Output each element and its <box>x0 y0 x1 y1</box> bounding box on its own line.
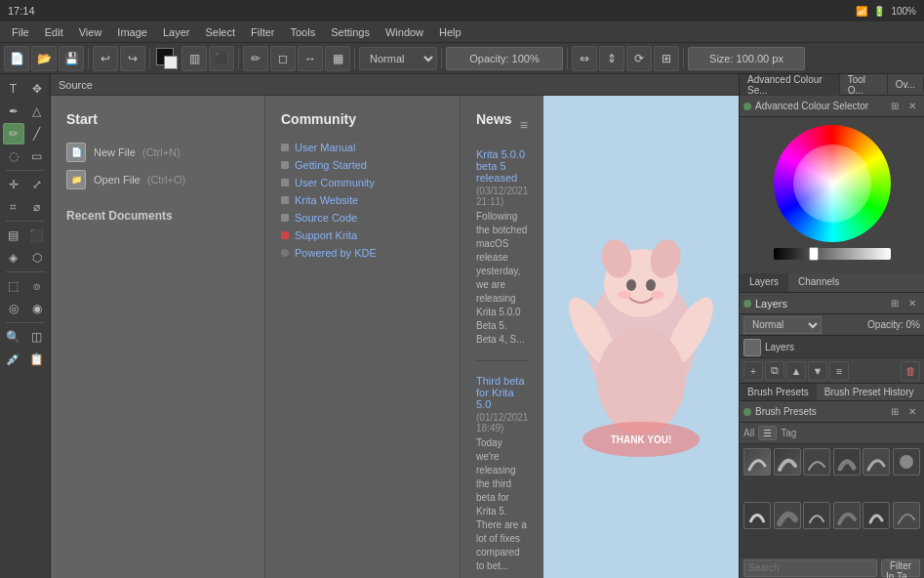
pattern-btn[interactable]: ▥ <box>181 46 207 71</box>
bezier-selection-tool[interactable]: ◎ <box>3 298 24 319</box>
brush-item-9[interactable] <box>803 502 830 529</box>
color-selector-close-btn[interactable]: ✕ <box>904 99 920 114</box>
save-file-toolbar-btn[interactable]: 💾 <box>59 46 84 71</box>
new-file-toolbar-btn[interactable]: 📄 <box>4 46 29 71</box>
link-powered-by-kde[interactable]: Powered by KDE <box>281 244 444 262</box>
edit-shape-tool[interactable]: ✥ <box>26 78 48 100</box>
size-display[interactable]: Size: 100.00 px <box>688 47 805 70</box>
transform-tool[interactable]: ⤢ <box>26 174 48 195</box>
symmetry-btn[interactable]: ▦ <box>325 46 350 71</box>
bezier-tool[interactable]: ◌ <box>3 145 24 167</box>
menu-image[interactable]: Image <box>109 24 155 40</box>
layer-item-1[interactable]: Layers <box>740 336 924 357</box>
assistant-tool[interactable]: ◫ <box>26 326 48 348</box>
tab-brush-presets[interactable]: Brush Presets <box>740 384 817 400</box>
group-layer-btn[interactable]: ≡ <box>829 361 849 381</box>
measure-tool[interactable]: ⌀ <box>26 196 48 218</box>
rect-tool[interactable]: ▭ <box>26 145 48 167</box>
brush-item-12[interactable] <box>893 502 920 529</box>
brush-item-8[interactable] <box>774 502 801 529</box>
color-wheel[interactable] <box>774 125 891 242</box>
layers-float-btn[interactable]: ⊞ <box>887 296 903 311</box>
news-title-2[interactable]: Third beta for Krita 5.0 <box>476 375 528 410</box>
brush-item-5[interactable] <box>863 448 890 475</box>
menu-filter[interactable]: Filter <box>243 24 282 40</box>
menu-help[interactable]: Help <box>431 24 469 40</box>
menu-select[interactable]: Select <box>197 24 243 40</box>
brush-presets-close-btn[interactable]: ✕ <box>904 404 920 420</box>
calligraphy-tool[interactable]: ✒ <box>3 101 24 122</box>
menu-layer[interactable]: Layer <box>155 24 198 40</box>
tab-brush-preset-history[interactable]: Brush Preset History <box>817 384 922 400</box>
menu-edit[interactable]: Edit <box>37 24 71 40</box>
brush-item-7[interactable] <box>743 502 771 529</box>
menu-tools[interactable]: Tools <box>283 24 324 40</box>
news-menu-icon[interactable]: ≡ <box>520 117 528 133</box>
tab-channels[interactable]: Channels <box>788 273 849 292</box>
add-layer-btn[interactable]: + <box>743 361 763 381</box>
menu-settings[interactable]: Settings <box>323 24 378 40</box>
contiguous-selection-tool[interactable]: ⬚ <box>3 275 24 297</box>
undo-btn[interactable]: ↩ <box>93 46 118 71</box>
freehand-brush-tool[interactable]: ✏ <box>3 123 24 144</box>
clone-tool[interactable]: ⬡ <box>26 247 48 268</box>
brush-item-11[interactable] <box>863 502 890 529</box>
menu-view[interactable]: View <box>71 24 110 40</box>
gradient-btn[interactable]: ⬛ <box>209 46 234 71</box>
link-user-community[interactable]: User Community <box>281 174 444 191</box>
magnetic-selection-tool[interactable]: ◉ <box>26 298 48 319</box>
opacity-display[interactable]: Opacity: 100% <box>446 47 563 70</box>
link-krita-website[interactable]: Krita Website <box>281 191 444 209</box>
move-layer-down-btn[interactable]: ▼ <box>808 361 827 381</box>
open-file-action[interactable]: 📁 Open File (Ctrl+O) <box>66 166 249 193</box>
scripting-tool[interactable]: 📋 <box>26 349 48 370</box>
layers-close-btn[interactable]: ✕ <box>904 296 920 311</box>
move-layer-up-btn[interactable]: ▲ <box>786 361 806 381</box>
tab-tool-options[interactable]: Tool O... <box>840 74 888 98</box>
mirror-btn[interactable]: ↔ <box>298 46 323 71</box>
link-support-krita[interactable]: Support Krita <box>281 227 444 244</box>
smart-patch-tool[interactable]: ◈ <box>3 247 24 268</box>
tab-overview[interactable]: Ov... <box>888 77 924 92</box>
link-source-code[interactable]: Source Code <box>281 209 444 227</box>
open-file-toolbar-btn[interactable]: 📂 <box>31 46 57 71</box>
link-user-manual[interactable]: User Manual <box>281 139 444 156</box>
brush-item-3[interactable] <box>803 448 830 475</box>
mirror-v-btn[interactable]: ⇕ <box>599 46 624 71</box>
text-tool[interactable]: T <box>3 78 24 100</box>
copy-layer-btn[interactable]: ⧉ <box>765 361 784 381</box>
brush-item-1[interactable] <box>743 448 771 475</box>
fill-tool[interactable]: ⬛ <box>26 225 48 246</box>
mirror-h-btn[interactable]: ⇔ <box>572 46 597 71</box>
crop-tool[interactable]: ⌗ <box>3 196 24 218</box>
brush-item-6[interactable] <box>893 448 920 475</box>
redo-btn[interactable]: ↪ <box>120 46 145 71</box>
brush-search-input[interactable] <box>743 559 877 577</box>
brush-mode-btn[interactable]: ✏ <box>243 46 268 71</box>
menu-file[interactable]: File <box>4 24 37 40</box>
color-selector-float-btn[interactable]: ⊞ <box>887 99 903 114</box>
news-title-1[interactable]: Krita 5.0.0 beta 5 released <box>476 148 528 184</box>
layer-blend-mode-select[interactable]: Normal <box>743 316 822 334</box>
zoom-tool[interactable]: 🔍 <box>3 326 24 348</box>
background-color[interactable] <box>164 56 178 69</box>
blend-mode-select[interactable]: Normal <box>359 47 437 70</box>
rotate-btn[interactable]: ⟳ <box>626 46 652 71</box>
line-tool[interactable]: ╱ <box>26 123 48 144</box>
link-getting-started[interactable]: Getting Started <box>281 156 444 174</box>
tab-advanced-colour-selector[interactable]: Advanced Colour Se... <box>740 74 840 98</box>
value-slider-thumb[interactable] <box>809 247 819 261</box>
brush-presets-float-btn[interactable]: ⊞ <box>887 404 903 420</box>
freehand-selection-tool[interactable]: ⌾ <box>26 275 48 297</box>
menu-window[interactable]: Window <box>378 24 431 40</box>
brush-filter-in-tag-btn[interactable]: Filter In Ta... <box>881 559 920 577</box>
color-picker-tool[interactable]: 💉 <box>3 349 24 370</box>
new-file-action[interactable]: 📄 New File (Ctrl+N) <box>66 139 249 166</box>
polygon-tool[interactable]: △ <box>26 101 48 122</box>
brush-item-10[interactable] <box>833 502 861 529</box>
brush-item-2[interactable] <box>774 448 801 475</box>
tab-layers[interactable]: Layers <box>740 273 788 292</box>
erase-mode-btn[interactable]: ◻ <box>270 46 296 71</box>
color-swatches[interactable] <box>154 46 180 71</box>
move-tool[interactable]: ✛ <box>3 174 24 195</box>
